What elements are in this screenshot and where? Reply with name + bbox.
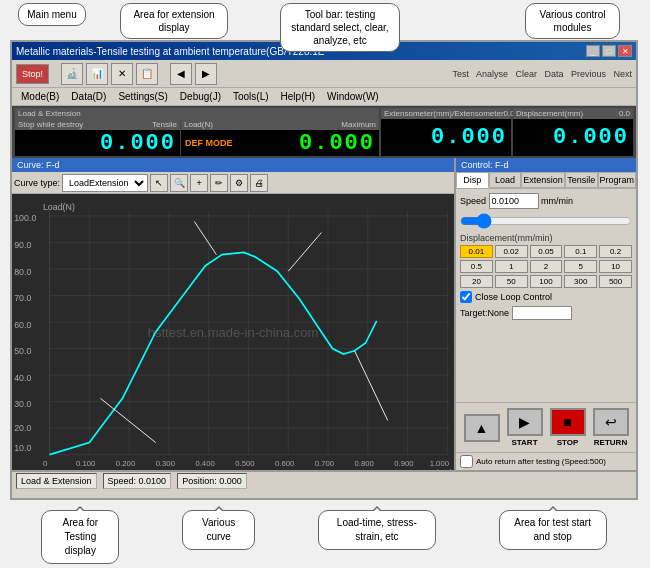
load-time-callout: Load-time, stress-strain, etc xyxy=(318,510,436,550)
disp-btn-2[interactable]: 2 xyxy=(530,260,563,273)
svg-text:40.0: 40.0 xyxy=(14,373,31,383)
start-icon: ▶ xyxy=(507,408,543,436)
control-panel: Control: F-d Disp Load Extension Tensile… xyxy=(456,158,636,470)
load-n-label: Load(N) Maximum xyxy=(181,119,379,130)
speed-unit: mm/min xyxy=(541,196,573,206)
auto-return-checkbox[interactable] xyxy=(460,455,473,468)
disp-btn-1[interactable]: 1 xyxy=(495,260,528,273)
settings-tool[interactable]: ⚙ xyxy=(230,174,248,192)
menu-window[interactable]: Window(W) xyxy=(322,88,384,106)
load-value-display: 0.000 xyxy=(15,130,180,156)
menu-help[interactable]: Help(H) xyxy=(276,88,320,106)
disp-btn-5[interactable]: 5 xyxy=(564,260,597,273)
svg-text:10.0: 10.0 xyxy=(14,443,31,453)
next-icon[interactable]: ▶ xyxy=(195,63,217,85)
speed-input[interactable] xyxy=(489,193,539,209)
disp-btn-20[interactable]: 20 xyxy=(460,275,493,288)
svg-text:0.400: 0.400 xyxy=(195,459,214,468)
speed-row: Speed mm/min xyxy=(460,193,632,209)
svg-text:0.600: 0.600 xyxy=(275,459,294,468)
disp-btn-002[interactable]: 0.02 xyxy=(495,245,528,258)
menu-data[interactable]: Data(D) xyxy=(66,88,111,106)
svg-text:20.0: 20.0 xyxy=(14,423,31,433)
svg-text:30.0: 30.0 xyxy=(14,399,31,409)
zoom-out-tool[interactable]: + xyxy=(190,174,208,192)
cursor-tool[interactable]: ↖ xyxy=(150,174,168,192)
clear-icon[interactable]: ✕ xyxy=(111,63,133,85)
svg-text:0: 0 xyxy=(43,459,47,468)
pencil-tool[interactable]: ✏ xyxy=(210,174,228,192)
disp-btn-005[interactable]: 0.05 xyxy=(530,245,563,258)
displacement-value: 0.000 xyxy=(513,119,633,156)
status-bar: Load & Extension Speed: 0.0100 Position:… xyxy=(12,470,636,490)
tab-disp[interactable]: Disp xyxy=(456,172,489,188)
previous-icon[interactable]: ◀ xyxy=(170,63,192,85)
close-loop-checkbox[interactable] xyxy=(460,291,472,303)
menu-settings[interactable]: Settings(S) xyxy=(113,88,172,106)
svg-text:80.0: 80.0 xyxy=(14,267,31,277)
minimize-button[interactable]: _ xyxy=(586,45,600,57)
svg-text:0.700: 0.700 xyxy=(315,459,334,468)
start-button[interactable]: ▶ START xyxy=(507,408,543,447)
close-button[interactable]: ✕ xyxy=(618,45,632,57)
disp-btn-10[interactable]: 10 xyxy=(599,260,632,273)
main-toolbar: Stop! 🔬 📊 ✕ 📋 ◀ ▶ Test Analyse Clear Dat… xyxy=(12,60,636,88)
svg-text:Extension(mm): Extension(mm) xyxy=(410,468,454,470)
auto-return-row: Auto return after testing (Speed:500) xyxy=(460,455,632,468)
load-max-value: 0.000 xyxy=(237,130,379,156)
menu-debug[interactable]: Debug(J) xyxy=(175,88,226,106)
disp-btn-50[interactable]: 50 xyxy=(495,275,528,288)
disp-btn-300[interactable]: 300 xyxy=(564,275,597,288)
status-speed: Speed: 0.0100 xyxy=(103,473,172,489)
analyse-icon[interactable]: 📊 xyxy=(86,63,108,85)
curve-type-select[interactable]: LoadExtension xyxy=(62,174,148,192)
data-icon[interactable]: 📋 xyxy=(136,63,158,85)
svg-text:0.100: 0.100 xyxy=(76,459,95,468)
target-label: Target:None xyxy=(460,308,509,318)
target-input[interactable] xyxy=(512,306,572,320)
svg-text:100.0: 100.0 xyxy=(14,214,36,224)
return-button[interactable]: ↩ RETURN xyxy=(593,408,629,447)
stop-ctrl-button[interactable]: ■ STOP xyxy=(550,408,586,447)
svg-text:0.200: 0.200 xyxy=(116,459,135,468)
digital-display-row: Load & Extension Stop while destroy Tens… xyxy=(12,106,636,158)
disp-btn-01[interactable]: 0.1 xyxy=(564,245,597,258)
display-label-1: Load & Extension xyxy=(15,108,379,119)
control-body: Speed mm/min Displacement(mm/min) 0.01 0… xyxy=(456,189,636,402)
disp-btn-02[interactable]: 0.2 xyxy=(599,245,632,258)
disp-btn-001[interactable]: 0.01 xyxy=(460,245,493,258)
disp-btn-05[interactable]: 0.5 xyxy=(460,260,493,273)
various-control-callout: Various control modules xyxy=(525,3,620,39)
status-position: Position: 0.000 xyxy=(177,473,247,489)
svg-text:0.900: 0.900 xyxy=(394,459,413,468)
display-group-displacement: Displacement(mm) 0.0 0.000 xyxy=(513,108,633,156)
control-tabs: Disp Load Extension Tensile Program xyxy=(456,172,636,189)
speed-slider[interactable] xyxy=(460,214,632,228)
disp-btn-500[interactable]: 500 xyxy=(599,275,632,288)
up-arrow-button[interactable]: ▲ xyxy=(464,414,500,442)
maximize-button[interactable]: □ xyxy=(602,45,616,57)
toolbar-callout: Tool bar: testing standard select, clear… xyxy=(280,3,400,52)
tab-program[interactable]: Program xyxy=(598,172,637,188)
stop-destroy-label: Stop while destroy Tensile xyxy=(15,119,180,130)
stop-icon: ■ xyxy=(550,408,586,436)
menu-tools[interactable]: Tools(L) xyxy=(228,88,274,106)
close-loop-row: Close Loop Control xyxy=(460,291,632,303)
test-icon[interactable]: 🔬 xyxy=(61,63,83,85)
svg-text:70.0: 70.0 xyxy=(14,293,31,303)
application-window: Metallic materials-Tensile testing at am… xyxy=(10,40,638,500)
tab-tensile[interactable]: Tensile xyxy=(565,172,598,188)
extension-display-callout: Area for extension display xyxy=(120,3,228,39)
tab-extension[interactable]: Extension xyxy=(521,172,565,188)
status-load-extension: Load & Extension xyxy=(16,473,97,489)
disp-btn-100[interactable]: 100 xyxy=(530,275,563,288)
auto-return-label: Auto return after testing (Speed:500) xyxy=(476,457,606,466)
svg-text:Load(N): Load(N) xyxy=(43,202,75,212)
return-label: RETURN xyxy=(594,438,627,447)
various-curve-callout: Various curve xyxy=(182,510,255,550)
zoom-in-tool[interactable]: 🔍 xyxy=(170,174,188,192)
stop-button[interactable]: Stop! xyxy=(16,64,49,84)
tab-load[interactable]: Load xyxy=(489,172,522,188)
print-tool[interactable]: 🖨 xyxy=(250,174,268,192)
menu-mode[interactable]: Mode(B) xyxy=(16,88,64,106)
